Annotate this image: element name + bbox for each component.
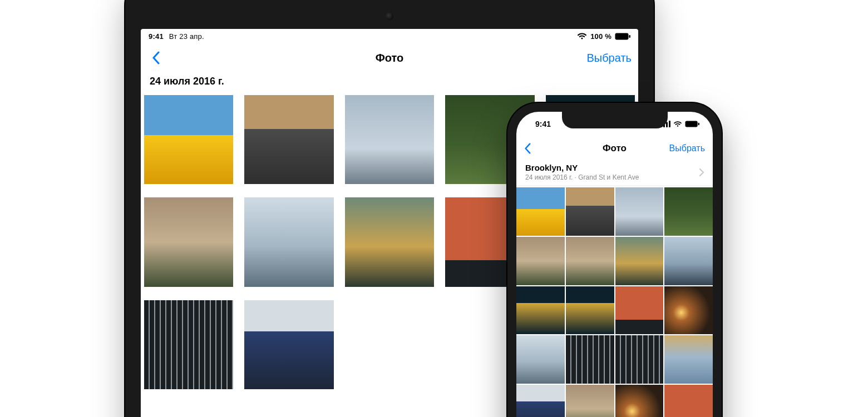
- iphone-device-frame: 9:41 Фото Выбрать Brooklyn,: [507, 103, 722, 417]
- wifi-icon: [673, 121, 682, 127]
- photo-thumbnail[interactable]: [664, 187, 713, 236]
- photo-thumbnail[interactable]: [664, 286, 713, 335]
- select-button[interactable]: Выбрать: [586, 52, 632, 64]
- photo-thumbnail[interactable]: [516, 335, 565, 384]
- chevron-right-icon: [699, 168, 704, 176]
- photo-thumbnail[interactable]: [615, 187, 664, 236]
- svg-rect-1: [629, 35, 631, 38]
- status-time: 9:41: [149, 32, 164, 41]
- photo-thumbnail[interactable]: [244, 197, 333, 286]
- iphone-screen: 9:41 Фото Выбрать Brooklyn,: [516, 112, 713, 417]
- iphone-notch: [562, 112, 668, 128]
- back-button[interactable]: [524, 143, 540, 154]
- ipad-front-camera: [386, 12, 393, 20]
- section-header[interactable]: Brooklyn, NY 24 июля 2016 г. · Grand St …: [516, 161, 713, 186]
- svg-rect-0: [615, 33, 629, 39]
- photo-thumbnail[interactable]: [566, 187, 614, 236]
- iphone-nav-bar: Фото Выбрать: [516, 136, 713, 161]
- location-meta: 24 июля 2016 г. · Grand St и Kent Ave: [525, 173, 639, 181]
- photo-thumbnail[interactable]: [566, 385, 614, 417]
- location-title: Brooklyn, NY: [525, 163, 639, 172]
- photo-thumbnail[interactable]: [566, 237, 614, 285]
- photo-thumbnail[interactable]: [345, 197, 434, 286]
- photo-thumbnail[interactable]: [664, 335, 713, 384]
- ipad-nav-bar: Фото Выбрать: [141, 43, 638, 72]
- photo-thumbnail[interactable]: [615, 385, 664, 417]
- svg-rect-7: [698, 123, 699, 126]
- select-button[interactable]: Выбрать: [669, 143, 705, 153]
- photo-thumbnail[interactable]: [615, 237, 664, 285]
- back-button[interactable]: [147, 46, 164, 70]
- photo-thumbnail[interactable]: [144, 95, 233, 184]
- photo-thumbnail[interactable]: [615, 286, 664, 335]
- battery-icon: [685, 121, 699, 127]
- photo-thumbnail[interactable]: [516, 286, 565, 335]
- photo-thumbnail[interactable]: [566, 335, 614, 384]
- battery-icon: [615, 33, 630, 40]
- photo-thumbnail[interactable]: [664, 237, 713, 285]
- page-title: Фото: [141, 52, 638, 64]
- ipad-status-bar: 9:41 Вт 23 апр. 100 %: [141, 29, 638, 43]
- photo-thumbnail[interactable]: [664, 385, 713, 417]
- battery-percentage: 100 %: [590, 32, 611, 41]
- section-header: 24 июля 2016 г.: [141, 72, 638, 93]
- photo-grid: [516, 187, 713, 417]
- svg-rect-6: [685, 121, 698, 127]
- photo-thumbnail[interactable]: [244, 95, 333, 184]
- photo-thumbnail[interactable]: [615, 335, 664, 384]
- section-date: 24 июля 2016 г.: [150, 76, 629, 87]
- photo-thumbnail[interactable]: [345, 95, 434, 184]
- photo-thumbnail[interactable]: [566, 286, 614, 335]
- photo-thumbnail[interactable]: [144, 300, 233, 389]
- status-time: 9:41: [535, 120, 551, 128]
- photo-thumbnail[interactable]: [516, 237, 565, 285]
- photo-thumbnail[interactable]: [516, 187, 565, 236]
- svg-rect-4: [666, 122, 668, 128]
- photo-thumbnail[interactable]: [144, 197, 233, 286]
- wifi-icon: [577, 32, 587, 40]
- status-date: Вт 23 апр.: [169, 32, 204, 41]
- photo-thumbnail[interactable]: [516, 385, 565, 417]
- photo-thumbnail[interactable]: [244, 300, 333, 389]
- svg-rect-5: [669, 121, 670, 127]
